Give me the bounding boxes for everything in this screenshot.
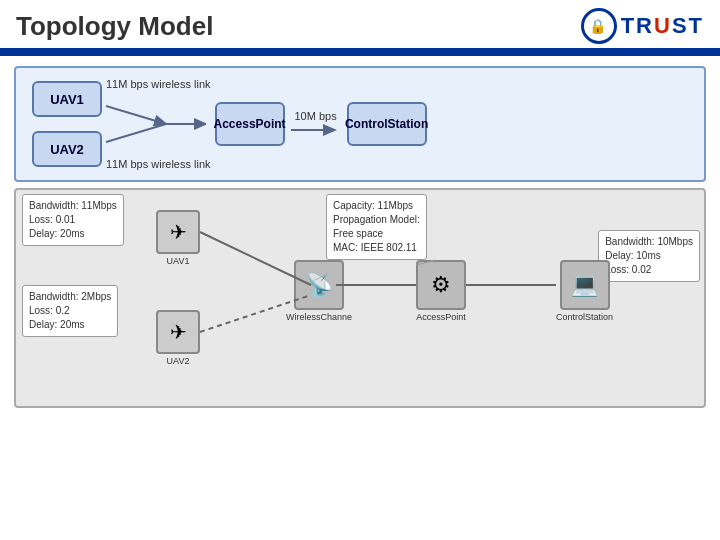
uav-column: UAV1 UAV2 — [32, 81, 102, 167]
wireless-icon: 📡 — [306, 272, 333, 298]
ap-label-line1: Access — [214, 117, 256, 131]
callout-line4: MAC: IEEE 802.11 — [333, 242, 417, 253]
sim-ap-label: AccessPoint — [416, 312, 466, 322]
bps-connector: 10M bps — [291, 110, 341, 138]
info3-line2: Delay: 10ms — [605, 250, 661, 261]
merge-arrows-svg — [106, 92, 206, 156]
sim-uav1-node: ✈ UAV1 — [156, 210, 200, 266]
info-box-3: Bandwidth: 10Mbps Delay: 10ms Loss: 0.02 — [598, 230, 700, 282]
sim-uav2-box: ✈ — [156, 310, 200, 354]
info-box-1: Bandwidth: 11Mbps Loss: 0.01 Delay: 20ms — [22, 194, 124, 246]
info2-line2: Loss: 0.2 — [29, 305, 70, 316]
bps-arrow — [291, 122, 341, 138]
logo-icon: 🔒 — [581, 8, 617, 44]
sim-uav2-label: UAV2 — [167, 356, 190, 366]
ap-label-line2: Point — [256, 117, 286, 131]
simulation-area: Bandwidth: 11Mbps Loss: 0.01 Delay: 20ms… — [14, 188, 706, 408]
callout-line3: Free space — [333, 228, 383, 239]
sim-wireless-node: 📡 WirelessChanne — [286, 260, 352, 322]
sim-ap-node: ⚙ AccessPoint — [416, 260, 466, 322]
cs-label-line1: Control — [345, 117, 388, 131]
callout-line1: Capacity: 11Mbps — [333, 200, 413, 211]
page-title: Topology Model — [16, 11, 213, 42]
callout-box: Capacity: 11Mbps Propagation Model: Free… — [326, 194, 427, 260]
info-box-2: Bandwidth: 2Mbps Loss: 0.2 Delay: 20ms — [22, 285, 118, 337]
sim-ap-box: ⚙ — [416, 260, 466, 310]
sim-uav1-box: ✈ — [156, 210, 200, 254]
control-station-box: Control Station — [347, 102, 427, 146]
sim-wireless-box: 📡 — [294, 260, 344, 310]
uav2-icon: ✈ — [170, 320, 187, 344]
info1-line3: Delay: 20ms — [29, 228, 85, 239]
access-point-box: Access Point — [215, 102, 285, 146]
cs-icon: 💻 — [571, 272, 598, 298]
bps-label: 10M bps — [294, 110, 336, 122]
svg-line-1 — [106, 124, 166, 142]
sim-cs-node: 💻 ControlStation — [556, 260, 613, 322]
info3-line1: Bandwidth: 10Mbps — [605, 236, 693, 247]
logo-text: TRUST — [621, 13, 704, 39]
info1-line2: Loss: 0.01 — [29, 214, 75, 225]
info1-line1: Bandwidth: 11Mbps — [29, 200, 117, 211]
uav1-icon: ✈ — [170, 220, 187, 244]
sim-wireless-label: WirelessChanne — [286, 312, 352, 322]
sim-uav1-label: UAV1 — [167, 256, 190, 266]
sim-cs-box: 💻 — [560, 260, 610, 310]
svg-line-0 — [106, 106, 166, 124]
logo: 🔒 TRUST — [581, 8, 704, 44]
info2-line3: Delay: 20ms — [29, 319, 85, 330]
info2-line1: Bandwidth: 2Mbps — [29, 291, 111, 302]
uav1-box: UAV1 — [32, 81, 102, 117]
sim-uav2-node: ✈ UAV2 — [156, 310, 200, 366]
link2-label: 11M bps wireless link — [106, 158, 211, 170]
cs-label-line2: Station — [388, 117, 429, 131]
uav2-box: UAV2 — [32, 131, 102, 167]
blue-bar — [0, 48, 720, 56]
callout-line2: Propagation Model: — [333, 214, 420, 225]
header: Topology Model 🔒 TRUST — [0, 0, 720, 48]
ap-icon: ⚙ — [431, 272, 451, 298]
topology-diagram: UAV1 UAV2 11M bps wireless link 11M bps … — [14, 66, 706, 182]
sim-cs-label: ControlStation — [556, 312, 613, 322]
link1-label: 11M bps wireless link — [106, 78, 211, 90]
